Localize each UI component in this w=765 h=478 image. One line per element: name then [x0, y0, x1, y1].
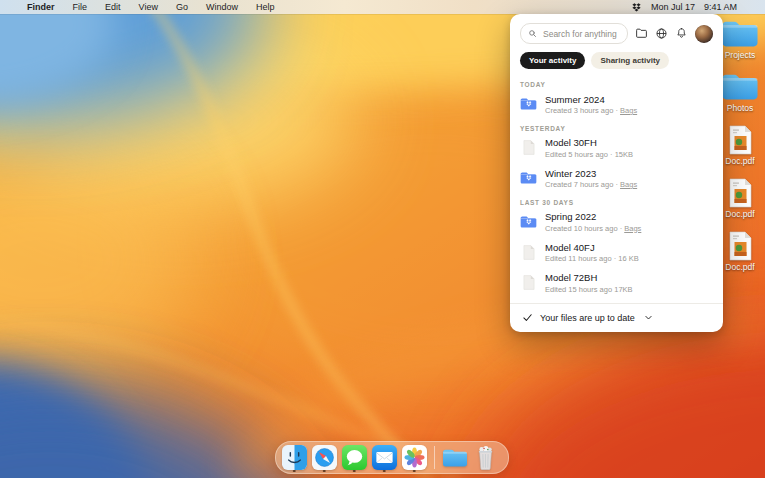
- macos-desktop: Finder File Edit View Go Window Help Mon…: [0, 0, 765, 478]
- search-input[interactable]: [541, 28, 620, 40]
- folder-icon: [721, 19, 759, 49]
- bags-link[interactable]: Bags: [620, 106, 637, 115]
- safari-icon[interactable]: [311, 443, 337, 473]
- section-label-last-30-days: LAST 30 DAYS: [520, 199, 713, 206]
- menu-item-edit[interactable]: Edit: [96, 2, 130, 12]
- running-indicator-dot: [293, 470, 296, 473]
- bags-link[interactable]: Bags: [620, 180, 637, 189]
- item-title: Summer 2024: [545, 94, 637, 105]
- item-title: Model 30FH: [545, 137, 633, 148]
- globe-icon[interactable]: [655, 27, 668, 40]
- activity-row-model-40fj[interactable]: Model 40FJ Edited 11 hours ago · 16 KB: [520, 237, 713, 268]
- dock-divider: [434, 446, 435, 469]
- desktop-icon-label: Doc.pdf: [725, 156, 754, 166]
- trash-full-icon[interactable]: [472, 443, 498, 473]
- mail-icon[interactable]: [371, 443, 397, 473]
- dropbox-tray-panel: Your activity Sharing activity TODAY Sum…: [510, 14, 723, 332]
- pdf-document-icon: [728, 178, 753, 208]
- dock: [275, 441, 509, 474]
- desktop-icon-label: Photos: [727, 103, 753, 113]
- menu-item-file[interactable]: File: [64, 2, 97, 12]
- running-indicator-dot: [383, 470, 386, 473]
- item-meta: Created 10 hours ago · Bags: [545, 224, 641, 233]
- desktop-icon-column: Projects Photos Doc.pdf Doc.pdf Doc.pdf: [716, 19, 764, 272]
- folder-outline-icon[interactable]: [635, 27, 648, 40]
- panel-header: [510, 14, 723, 49]
- finder-icon[interactable]: [281, 443, 307, 473]
- activity-list: TODAY Summer 2024 Created 3 hours ago · …: [510, 76, 723, 303]
- menu-item-window[interactable]: Window: [197, 2, 247, 12]
- menu-item-help[interactable]: Help: [247, 2, 284, 12]
- check-icon: [522, 312, 533, 323]
- running-indicator-dot: [413, 470, 416, 473]
- bags-link[interactable]: Bags: [624, 224, 641, 233]
- item-title: Spring 2022: [545, 211, 641, 222]
- item-meta: Edited 15 hours ago 17KB: [545, 285, 633, 294]
- pdf-document-icon: [728, 231, 753, 261]
- chevron-down-icon[interactable]: [644, 313, 653, 322]
- item-title: Winter 2023: [545, 168, 637, 179]
- item-meta: Created 7 hours ago · Bags: [545, 180, 637, 189]
- menu-item-go[interactable]: Go: [167, 2, 197, 12]
- activity-row-model-72bh[interactable]: Model 72BH Edited 15 hours ago 17KB: [520, 268, 713, 299]
- sync-status-bar: Your files are up to date: [510, 303, 723, 332]
- pdf-document-icon: [728, 125, 753, 155]
- photos-icon[interactable]: [401, 443, 427, 473]
- bell-icon[interactable]: [675, 27, 688, 40]
- dropbox-folder-icon: [520, 171, 537, 185]
- item-title: Model 40FJ: [545, 242, 639, 253]
- menubar-date: Mon Jul 17: [651, 2, 695, 12]
- sync-status-text: Your files are up to date: [540, 313, 635, 323]
- tab-your-activity[interactable]: Your activity: [520, 52, 585, 69]
- search-box[interactable]: [520, 23, 628, 44]
- dropbox-folder-icon: [520, 97, 537, 111]
- menu-bar: Finder File Edit View Go Window Help Mon…: [0, 0, 765, 14]
- user-avatar[interactable]: [695, 25, 713, 43]
- section-label-today: TODAY: [520, 81, 713, 88]
- file-icon: [520, 140, 537, 155]
- desktop-icon-doc-pdf-3[interactable]: Doc.pdf: [716, 231, 764, 272]
- running-indicator-dot: [323, 470, 326, 473]
- file-icon: [520, 245, 537, 260]
- tab-sharing-activity[interactable]: Sharing activity: [591, 52, 669, 69]
- file-icon: [520, 275, 537, 290]
- messages-icon[interactable]: [341, 443, 367, 473]
- menu-item-finder[interactable]: Finder: [18, 2, 64, 12]
- item-meta: Created 3 hours ago · Bags: [545, 106, 637, 115]
- search-icon: [528, 29, 537, 38]
- desktop-icon-label: Doc.pdf: [725, 262, 754, 272]
- item-meta: Edited 11 hours ago · 16 KB: [545, 254, 639, 263]
- folder-icon: [721, 72, 759, 102]
- desktop-icon-label: Doc.pdf: [725, 209, 754, 219]
- activity-row-spring-2022[interactable]: Spring 2022 Created 10 hours ago · Bags: [520, 207, 713, 238]
- desktop-icon-doc-pdf-1[interactable]: Doc.pdf: [716, 125, 764, 166]
- menubar-time: 9:41 AM: [704, 2, 737, 12]
- folder-icon[interactable]: [442, 443, 468, 473]
- dropbox-menubar-icon[interactable]: [631, 2, 642, 13]
- activity-tabs: Your activity Sharing activity: [510, 49, 723, 76]
- activity-row-summer-2024[interactable]: Summer 2024 Created 3 hours ago · Bags: [520, 89, 713, 120]
- desktop-icon-projects[interactable]: Projects: [716, 19, 764, 60]
- running-indicator-dot: [353, 470, 356, 473]
- dropbox-folder-icon: [520, 215, 537, 229]
- item-meta: Edited 5 hours ago · 15KB: [545, 150, 633, 159]
- section-label-yesterday: YESTERDAY: [520, 125, 713, 132]
- activity-row-model-30fh[interactable]: Model 30FH Edited 5 hours ago · 15KB: [520, 133, 713, 164]
- desktop-icon-label: Projects: [725, 50, 756, 60]
- menu-item-view[interactable]: View: [130, 2, 167, 12]
- item-title: Model 72BH: [545, 272, 633, 283]
- desktop-icon-doc-pdf-2[interactable]: Doc.pdf: [716, 178, 764, 219]
- desktop-icon-photos[interactable]: Photos: [716, 72, 764, 113]
- activity-row-winter-2023[interactable]: Winter 2023 Created 7 hours ago · Bags: [520, 163, 713, 194]
